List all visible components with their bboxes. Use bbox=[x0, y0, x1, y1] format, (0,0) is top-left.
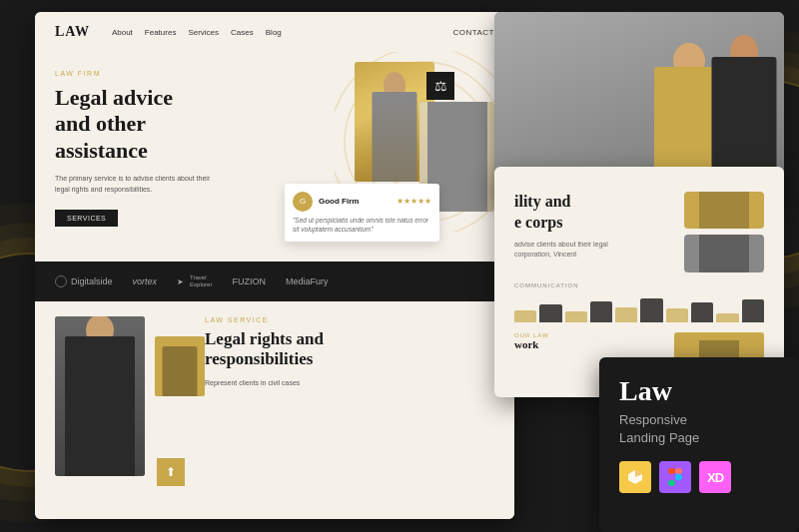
nav-features[interactable]: Features bbox=[145, 28, 177, 37]
card1-body bbox=[699, 192, 749, 229]
dp-title: Law bbox=[619, 377, 779, 405]
digitalside-icon bbox=[55, 275, 67, 287]
nav-contact[interactable]: CONTACT bbox=[452, 28, 494, 37]
travel-icon: ➤ bbox=[177, 277, 184, 286]
bar-8 bbox=[691, 302, 713, 322]
bar-1 bbox=[514, 310, 536, 322]
bar-9 bbox=[716, 313, 738, 322]
nav-links: About Features Services Cases Blog bbox=[112, 28, 282, 37]
rc-title: ility ande corps bbox=[514, 192, 674, 234]
review-stars: ★★★★★ bbox=[397, 197, 431, 206]
partner-name-4: FUZION bbox=[232, 276, 266, 286]
xd-icon: XD bbox=[699, 461, 731, 493]
main-panel: LAW About Features Services Cases Blog C… bbox=[35, 12, 514, 519]
bottom-right: LAW SERVICE Legal rights andresponsibili… bbox=[205, 316, 494, 506]
rc-person-card-1 bbox=[684, 192, 764, 229]
partner-name-1: Digitalside bbox=[71, 276, 113, 286]
navigation: LAW About Features Services Cases Blog C… bbox=[35, 12, 514, 52]
bottom-tag: LAW SERVICE bbox=[205, 316, 494, 323]
partner-fuzion: FUZION bbox=[232, 276, 266, 286]
bottom-man-image bbox=[55, 316, 145, 476]
svg-rect-10 bbox=[668, 474, 675, 480]
bottom-left: ⬆ bbox=[55, 316, 185, 506]
hero-title: Legal adviceand otherassistance bbox=[55, 85, 275, 164]
dp-subtitle-line2: Landing Page bbox=[619, 430, 699, 445]
hero-section: LAW FIRM Legal adviceand otherassistance… bbox=[35, 52, 514, 262]
bottom-description: Represent clients in civil cases bbox=[205, 378, 494, 389]
dp-subtitle-line1: Responsive bbox=[619, 412, 687, 427]
partner-mediafury: MediaFury bbox=[286, 276, 329, 286]
svg-point-12 bbox=[675, 474, 682, 481]
yellow-small-img bbox=[155, 336, 205, 396]
svg-rect-11 bbox=[668, 480, 675, 486]
rc-person-cards bbox=[684, 192, 764, 272]
svg-rect-8 bbox=[668, 468, 675, 474]
partners-bar: Digitalside vortex ➤ TravelExplorer FUZI… bbox=[35, 262, 514, 301]
bank-icon: ⚖ bbox=[426, 72, 454, 100]
partner-name-3: TravelExplorer bbox=[190, 274, 212, 288]
figma-icon bbox=[659, 461, 691, 493]
partner-vortex: vortex bbox=[133, 276, 158, 286]
hero-description: The primary service is to advise clients… bbox=[55, 174, 215, 195]
bar-10 bbox=[742, 299, 764, 322]
partner-digitalside: Digitalside bbox=[55, 275, 113, 287]
partner-name-2: vortex bbox=[133, 276, 158, 286]
dp-tools: XD bbox=[619, 461, 779, 493]
rc-header-row: ility ande corps advise clients about th… bbox=[514, 192, 764, 272]
rc-text-block: ility ande corps advise clients about th… bbox=[514, 192, 674, 272]
partner-travel: ➤ TravelExplorer bbox=[177, 274, 212, 288]
card2-body bbox=[699, 235, 749, 271]
hero-right: ⚖ G Good Firm ★★★★★ "Sed ut perspiciatis… bbox=[275, 62, 494, 262]
hero-tag: LAW FIRM bbox=[55, 70, 275, 77]
woman-body bbox=[373, 92, 417, 182]
small-figure bbox=[163, 346, 198, 396]
rc-text: advise clients about their legalcorporat… bbox=[514, 240, 674, 261]
review-card: G Good Firm ★★★★★ "Sed ut perspiciatis u… bbox=[285, 184, 439, 242]
review-header: G Good Firm ★★★★★ bbox=[293, 192, 431, 212]
sketch-icon bbox=[619, 461, 651, 493]
nav-services[interactable]: Services bbox=[188, 28, 219, 37]
review-company: Good Firm bbox=[319, 197, 359, 206]
nav-blog[interactable]: Blog bbox=[266, 28, 282, 37]
svg-rect-9 bbox=[675, 468, 682, 474]
bar-3 bbox=[565, 311, 587, 322]
services-button[interactable]: SERVICES bbox=[55, 210, 118, 227]
bottom-section: ⬆ LAW SERVICE Legal rights andresponsibi… bbox=[35, 301, 514, 519]
dp-subtitle: Responsive Landing Page bbox=[619, 411, 779, 447]
rc-bottom-text: our law work bbox=[514, 332, 664, 355]
bar-7 bbox=[666, 308, 688, 322]
review-text: "Sed ut perspiciatis unde omnis iste nat… bbox=[293, 216, 431, 234]
nav-cases[interactable]: Cases bbox=[231, 28, 254, 37]
suit-man-body bbox=[65, 336, 135, 476]
review-logo: G bbox=[293, 192, 313, 212]
comm-bars bbox=[514, 292, 764, 322]
comm-label: Communication bbox=[514, 282, 764, 288]
dark-info-panel: Law Responsive Landing Page XD bbox=[599, 357, 799, 532]
communication-section: Communication bbox=[514, 282, 764, 322]
yellow-badge: ⬆ bbox=[157, 458, 185, 486]
logo: LAW bbox=[55, 24, 90, 40]
bottom-title: Legal rights andresponsibilities bbox=[205, 329, 494, 370]
bar-2 bbox=[539, 304, 561, 322]
bar-5 bbox=[615, 307, 637, 322]
nav-about[interactable]: About bbox=[112, 28, 133, 37]
partner-name-5: MediaFury bbox=[286, 276, 329, 286]
bar-4 bbox=[590, 301, 612, 322]
rc-person-card-2 bbox=[684, 235, 764, 271]
bar-6 bbox=[640, 298, 662, 322]
hero-left: LAW FIRM Legal adviceand otherassistance… bbox=[55, 62, 275, 262]
rc-bottom-label: work bbox=[514, 338, 664, 351]
